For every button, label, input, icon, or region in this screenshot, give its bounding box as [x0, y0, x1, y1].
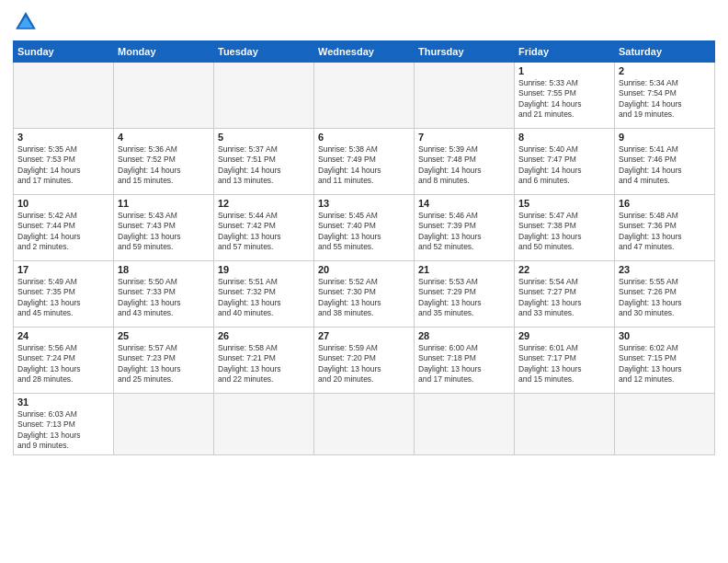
day-number: 27 — [318, 330, 410, 341]
calendar-cell — [314, 63, 415, 129]
day-info: Sunrise: 5:45 AM Sunset: 7:40 PM Dayligh… — [318, 211, 410, 253]
calendar-cell: 26Sunrise: 5:58 AM Sunset: 7:21 PM Dayli… — [214, 327, 314, 394]
calendar-cell — [515, 394, 615, 455]
day-info: Sunrise: 5:55 AM Sunset: 7:26 PM Dayligh… — [619, 277, 711, 319]
day-number: 20 — [318, 264, 410, 275]
day-number: 31 — [17, 396, 109, 408]
calendar-cell: 23Sunrise: 5:55 AM Sunset: 7:26 PM Dayli… — [615, 261, 715, 327]
day-number: 4 — [118, 132, 210, 143]
calendar-cell: 21Sunrise: 5:53 AM Sunset: 7:29 PM Dayli… — [415, 261, 515, 327]
calendar-cell: 17Sunrise: 5:49 AM Sunset: 7:35 PM Dayli… — [14, 261, 114, 327]
calendar-cell: 8Sunrise: 5:40 AM Sunset: 7:47 PM Daylig… — [515, 129, 615, 195]
day-info: Sunrise: 5:37 AM Sunset: 7:51 PM Dayligh… — [218, 144, 310, 187]
day-number: 25 — [118, 330, 210, 341]
day-info: Sunrise: 5:36 AM Sunset: 7:52 PM Dayligh… — [118, 144, 210, 187]
day-info: Sunrise: 5:46 AM Sunset: 7:39 PM Dayligh… — [418, 211, 510, 253]
generalblue-icon — [13, 9, 39, 35]
day-info: Sunrise: 5:33 AM Sunset: 7:55 PM Dayligh… — [518, 78, 610, 121]
calendar-cell — [114, 394, 214, 455]
day-info: Sunrise: 5:48 AM Sunset: 7:36 PM Dayligh… — [619, 211, 711, 253]
calendar-cell: 31Sunrise: 6:03 AM Sunset: 7:13 PM Dayli… — [14, 394, 114, 455]
day-info: Sunrise: 5:52 AM Sunset: 7:30 PM Dayligh… — [318, 277, 410, 319]
calendar-cell: 24Sunrise: 5:56 AM Sunset: 7:24 PM Dayli… — [14, 327, 114, 394]
calendar-cell — [114, 63, 214, 129]
calendar-cell: 22Sunrise: 5:54 AM Sunset: 7:27 PM Dayli… — [515, 261, 615, 327]
day-number: 1 — [518, 65, 610, 76]
day-number: 23 — [619, 264, 711, 275]
calendar-cell: 7Sunrise: 5:39 AM Sunset: 7:48 PM Daylig… — [415, 129, 515, 195]
day-info: Sunrise: 6:02 AM Sunset: 7:15 PM Dayligh… — [619, 343, 711, 385]
day-number: 11 — [118, 198, 210, 209]
day-number: 15 — [518, 198, 610, 209]
col-header-sunday: Sunday — [14, 41, 114, 63]
calendar-cell: 14Sunrise: 5:46 AM Sunset: 7:39 PM Dayli… — [415, 195, 515, 261]
col-header-tuesday: Tuesday — [214, 41, 314, 63]
logo — [13, 9, 42, 35]
week-row-0: 1Sunrise: 5:33 AM Sunset: 7:55 PM Daylig… — [14, 63, 715, 129]
day-number: 16 — [619, 198, 711, 209]
day-number: 21 — [418, 264, 510, 275]
day-info: Sunrise: 5:49 AM Sunset: 7:35 PM Dayligh… — [17, 277, 109, 319]
calendar-cell: 9Sunrise: 5:41 AM Sunset: 7:46 PM Daylig… — [615, 129, 715, 195]
day-info: Sunrise: 5:47 AM Sunset: 7:38 PM Dayligh… — [518, 211, 610, 253]
day-info: Sunrise: 5:41 AM Sunset: 7:46 PM Dayligh… — [619, 144, 711, 187]
calendar-cell: 6Sunrise: 5:38 AM Sunset: 7:49 PM Daylig… — [314, 129, 415, 195]
page: SundayMondayTuesdayWednesdayThursdayFrid… — [0, 0, 728, 563]
week-row-5: 31Sunrise: 6:03 AM Sunset: 7:13 PM Dayli… — [14, 394, 715, 455]
col-header-thursday: Thursday — [415, 41, 515, 63]
calendar-cell: 27Sunrise: 5:59 AM Sunset: 7:20 PM Dayli… — [314, 327, 415, 394]
calendar-cell: 10Sunrise: 5:42 AM Sunset: 7:44 PM Dayli… — [14, 195, 114, 261]
day-info: Sunrise: 5:38 AM Sunset: 7:49 PM Dayligh… — [318, 144, 410, 187]
calendar-header-row: SundayMondayTuesdayWednesdayThursdayFrid… — [14, 41, 715, 63]
calendar-cell: 15Sunrise: 5:47 AM Sunset: 7:38 PM Dayli… — [515, 195, 615, 261]
day-number: 18 — [118, 264, 210, 275]
day-info: Sunrise: 5:43 AM Sunset: 7:43 PM Dayligh… — [118, 211, 210, 253]
calendar-cell: 11Sunrise: 5:43 AM Sunset: 7:43 PM Dayli… — [114, 195, 214, 261]
col-header-monday: Monday — [114, 41, 214, 63]
col-header-saturday: Saturday — [615, 41, 715, 63]
calendar-cell: 16Sunrise: 5:48 AM Sunset: 7:36 PM Dayli… — [615, 195, 715, 261]
calendar-cell — [314, 394, 415, 455]
day-number: 5 — [218, 132, 310, 143]
day-info: Sunrise: 5:42 AM Sunset: 7:44 PM Dayligh… — [17, 211, 109, 253]
day-number: 13 — [318, 198, 410, 209]
day-number: 22 — [518, 264, 610, 275]
day-info: Sunrise: 5:57 AM Sunset: 7:23 PM Dayligh… — [118, 343, 210, 385]
col-header-wednesday: Wednesday — [314, 41, 415, 63]
day-info: Sunrise: 5:39 AM Sunset: 7:48 PM Dayligh… — [418, 144, 510, 187]
calendar-cell: 29Sunrise: 6:01 AM Sunset: 7:17 PM Dayli… — [515, 327, 615, 394]
day-info: Sunrise: 5:40 AM Sunset: 7:47 PM Dayligh… — [518, 144, 610, 187]
header — [13, 9, 715, 35]
day-info: Sunrise: 5:35 AM Sunset: 7:53 PM Dayligh… — [17, 144, 109, 187]
day-number: 7 — [418, 132, 510, 143]
calendar-cell — [214, 63, 314, 129]
day-number: 9 — [619, 132, 711, 143]
calendar-cell — [214, 394, 314, 455]
calendar-cell: 12Sunrise: 5:44 AM Sunset: 7:42 PM Dayli… — [214, 195, 314, 261]
day-number: 29 — [518, 330, 610, 341]
calendar-cell: 18Sunrise: 5:50 AM Sunset: 7:33 PM Dayli… — [114, 261, 214, 327]
day-number: 30 — [619, 330, 711, 341]
day-info: Sunrise: 5:53 AM Sunset: 7:29 PM Dayligh… — [418, 277, 510, 319]
week-row-4: 24Sunrise: 5:56 AM Sunset: 7:24 PM Dayli… — [14, 327, 715, 394]
calendar-cell: 30Sunrise: 6:02 AM Sunset: 7:15 PM Dayli… — [615, 327, 715, 394]
day-number: 6 — [318, 132, 410, 143]
calendar-cell: 4Sunrise: 5:36 AM Sunset: 7:52 PM Daylig… — [114, 129, 214, 195]
day-info: Sunrise: 5:56 AM Sunset: 7:24 PM Dayligh… — [17, 343, 109, 385]
week-row-3: 17Sunrise: 5:49 AM Sunset: 7:35 PM Dayli… — [14, 261, 715, 327]
day-info: Sunrise: 5:34 AM Sunset: 7:54 PM Dayligh… — [619, 78, 711, 121]
day-number: 14 — [418, 198, 510, 209]
day-number: 26 — [218, 330, 310, 341]
day-number: 19 — [218, 264, 310, 275]
calendar-cell — [415, 63, 515, 129]
calendar-cell: 1Sunrise: 5:33 AM Sunset: 7:55 PM Daylig… — [515, 63, 615, 129]
day-number: 10 — [17, 198, 109, 209]
calendar-cell: 28Sunrise: 6:00 AM Sunset: 7:18 PM Dayli… — [415, 327, 515, 394]
calendar-cell: 13Sunrise: 5:45 AM Sunset: 7:40 PM Dayli… — [314, 195, 415, 261]
day-number: 2 — [619, 65, 711, 76]
day-info: Sunrise: 5:44 AM Sunset: 7:42 PM Dayligh… — [218, 211, 310, 253]
day-number: 17 — [17, 264, 109, 275]
week-row-1: 3Sunrise: 5:35 AM Sunset: 7:53 PM Daylig… — [14, 129, 715, 195]
day-number: 24 — [17, 330, 109, 341]
day-info: Sunrise: 5:58 AM Sunset: 7:21 PM Dayligh… — [218, 343, 310, 385]
